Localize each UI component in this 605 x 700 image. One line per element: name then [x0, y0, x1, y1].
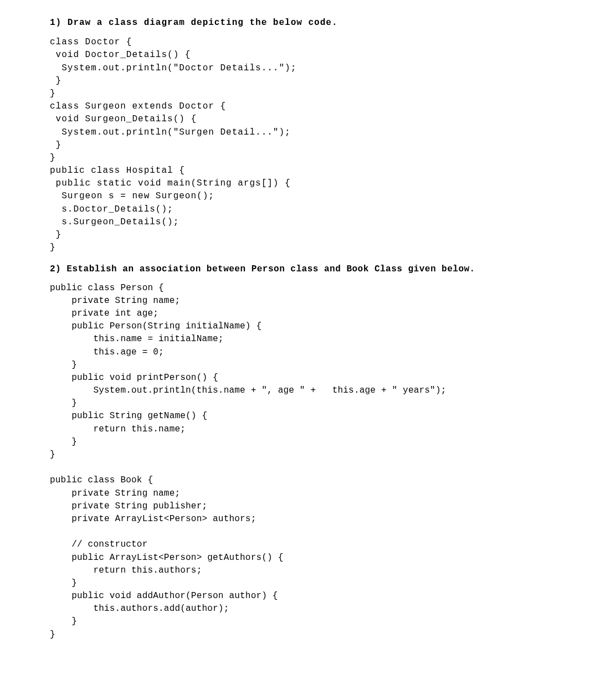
question-2-heading: 2) Establish an association between Pers… [50, 263, 555, 276]
code-block-1: class Doctor { void Doctor_Details() { S… [50, 36, 555, 254]
code-block-2: public class Person { private String nam… [50, 282, 555, 641]
question-1-heading: 1) Draw a class diagram depicting the be… [50, 17, 555, 29]
